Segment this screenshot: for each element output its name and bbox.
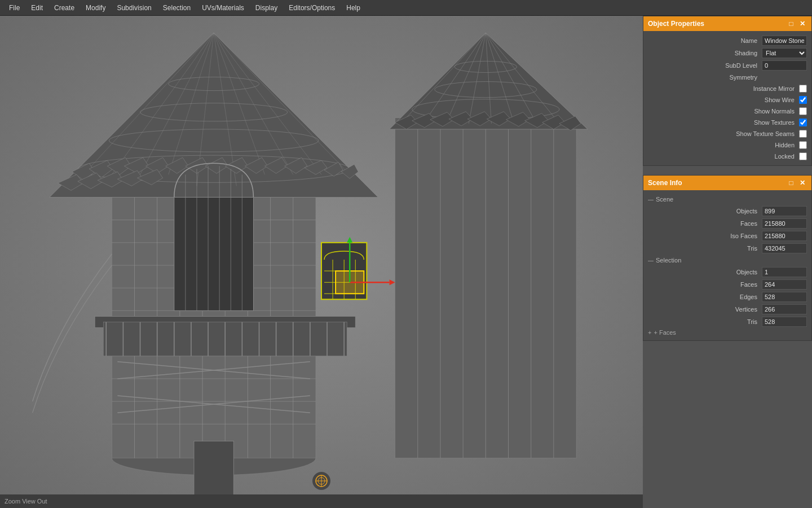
prop-locked-row: Locked — [643, 151, 811, 162]
menu-edit[interactable]: Edit — [27, 2, 47, 14]
faces-expandable-row[interactable]: + + Faces — [643, 328, 811, 337]
sel-objects-value: 1 — [762, 267, 807, 277]
sel-vertices-value: 266 — [762, 304, 807, 314]
prop-subd-label: SubD Level — [643, 62, 762, 69]
prop-show-textures-checkbox[interactable] — [799, 119, 807, 126]
sel-edges-row: Edges 528 — [643, 291, 811, 303]
selection-collapse-btn[interactable]: — — [648, 257, 654, 264]
prop-shading-label: Shading — [643, 50, 762, 56]
menu-subdivision[interactable]: Subdivision — [112, 2, 156, 14]
prop-subd-input[interactable] — [762, 60, 807, 71]
sel-vertices-label: Vertices — [643, 306, 762, 313]
sel-edges-value: 528 — [762, 292, 807, 302]
scene-section-header: — Scene — [643, 194, 811, 205]
prop-hidden-checkbox[interactable] — [799, 141, 807, 149]
scene-objects-row: Objects 899 — [643, 205, 811, 217]
prop-show-texture-seams-label: Show Texture Seams — [643, 130, 799, 137]
main-area: PERSPECTIVE 八人素材 RRCG 八人素材 RRCG 八人素材 RRC… — [0, 16, 812, 508]
menu-selection[interactable]: Selection — [158, 2, 195, 14]
scene-section-label: Scene — [656, 196, 673, 203]
sel-tris-row: Tris 528 — [643, 316, 811, 328]
menubar: File Edit Create Modify Subdivision Sele… — [0, 0, 812, 16]
scene-info-panel: Scene Info □ ✕ — Scene Objects 899 — [643, 175, 812, 341]
faces-section-label: + Faces — [654, 329, 676, 336]
prop-name-input[interactable] — [762, 36, 807, 46]
scene-iso-faces-row: Iso Faces 215880 — [643, 230, 811, 242]
svg-rect-103 — [174, 197, 254, 310]
prop-hidden-label: Hidden — [643, 142, 799, 148]
prop-shading-row: Shading Flat Smooth Wire — [643, 47, 811, 59]
scene-objects-value: 899 — [762, 206, 807, 216]
prop-show-normals-label: Show Normals — [643, 108, 799, 115]
scene-info-title: Scene Info — [648, 179, 682, 187]
prop-instance-mirror-checkbox[interactable] — [799, 85, 807, 93]
prop-show-wire-checkbox[interactable] — [799, 96, 807, 104]
prop-name-row: Name — [643, 34, 811, 47]
sel-faces-value: 264 — [762, 279, 807, 290]
menu-modify[interactable]: Modify — [81, 2, 110, 14]
prop-symmetry-row: Symmetry — [643, 72, 811, 83]
sel-faces-label: Faces — [643, 281, 762, 288]
scene-iso-faces-value: 215880 — [762, 231, 807, 241]
scene-faces-label: Faces — [643, 220, 762, 227]
prop-shading-select[interactable]: Flat Smooth Wire — [762, 48, 807, 58]
menu-display[interactable]: Display — [251, 2, 282, 14]
prop-locked-label: Locked — [643, 153, 799, 160]
prop-show-wire-row: Show Wire — [643, 94, 811, 106]
scene-tris-label: Tris — [643, 245, 762, 252]
right-panel: Object Properties □ ✕ Name Shading Flat — [643, 16, 812, 508]
menu-file[interactable]: File — [5, 2, 24, 14]
scene-objects-label: Objects — [643, 208, 762, 214]
object-properties-header: Object Properties □ ✕ — [643, 16, 811, 31]
prop-hidden-row: Hidden — [643, 139, 811, 151]
scene-faces-row: Faces 215880 — [643, 217, 811, 230]
menu-uvs-materials[interactable]: UVs/Materials — [197, 2, 249, 14]
scene-faces-value: 215880 — [762, 218, 807, 229]
scene-collapse-btn[interactable]: — — [648, 196, 654, 203]
object-properties-minimize-btn[interactable]: □ — [787, 19, 796, 28]
prop-show-textures-label: Show Textures — [643, 119, 799, 126]
prop-show-wire-label: Show Wire — [643, 97, 799, 103]
sel-tris-value: 528 — [762, 317, 807, 327]
selection-section-header: — Selection — [643, 255, 811, 266]
prop-symmetry-label: Symmetry — [643, 74, 762, 81]
sel-tris-label: Tris — [643, 318, 762, 325]
menu-help[interactable]: Help — [342, 2, 365, 14]
faces-expand-btn[interactable]: + — [648, 329, 651, 336]
scene-iso-faces-label: Iso Faces — [643, 233, 762, 239]
prop-name-label: Name — [643, 37, 762, 44]
scene-info-close-btn[interactable]: ✕ — [798, 178, 807, 187]
panel-divider — [643, 166, 812, 170]
prop-show-texture-seams-row: Show Texture Seams — [643, 128, 811, 139]
prop-show-normals-checkbox[interactable] — [799, 107, 807, 115]
sel-vertices-row: Vertices 266 — [643, 303, 811, 316]
prop-locked-checkbox[interactable] — [799, 152, 807, 160]
panel-header-controls: □ ✕ — [787, 19, 807, 28]
object-properties-close-btn[interactable]: ✕ — [798, 19, 807, 28]
nav-icon[interactable] — [312, 472, 330, 490]
sel-objects-label: Objects — [643, 269, 762, 275]
scene-tris-value: 432045 — [762, 243, 807, 253]
prop-instance-mirror-row: Instance Mirror — [643, 83, 811, 94]
object-properties-body: Name Shading Flat Smooth Wire SubD Level — [643, 31, 811, 165]
scene-info-minimize-btn[interactable]: □ — [787, 178, 796, 187]
prop-show-texture-seams-checkbox[interactable] — [799, 130, 807, 138]
prop-show-textures-row: Show Textures — [643, 117, 811, 128]
scene-tris-row: Tris 432045 — [643, 242, 811, 255]
prop-subd-row: SubD Level — [643, 59, 811, 72]
status-bar: Zoom View Out — [0, 494, 643, 508]
sel-edges-label: Edges — [643, 294, 762, 300]
sel-objects-row: Objects 1 — [643, 266, 811, 278]
sel-faces-row: Faces 264 — [643, 278, 811, 291]
viewport[interactable]: PERSPECTIVE 八人素材 RRCG 八人素材 RRCG 八人素材 RRC… — [0, 16, 643, 508]
menu-editors-options[interactable]: Editors/Options — [284, 2, 339, 14]
selection-section-label: Selection — [656, 257, 681, 264]
object-properties-panel: Object Properties □ ✕ Name Shading Flat — [643, 16, 812, 166]
viewport-scene — [0, 16, 643, 508]
prop-show-normals-row: Show Normals — [643, 106, 811, 117]
scene-info-body: — Scene Objects 899 Faces 215880 Iso Fac… — [643, 190, 811, 340]
scene-panel-header-controls: □ ✕ — [787, 178, 807, 187]
status-text: Zoom View Out — [5, 498, 47, 505]
scene-info-header: Scene Info □ ✕ — [643, 176, 811, 190]
menu-create[interactable]: Create — [50, 2, 79, 14]
